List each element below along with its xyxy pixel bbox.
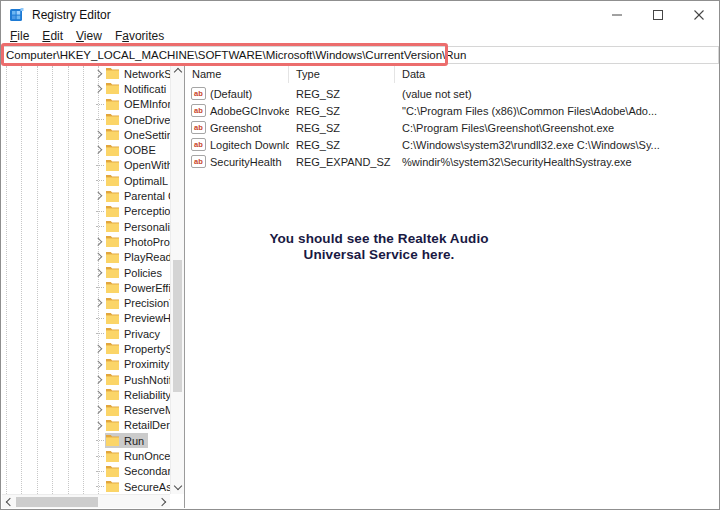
value-type-cell: REG_EXPAND_SZ	[289, 156, 395, 168]
tree-connector-line	[96, 333, 104, 334]
folder-icon	[106, 389, 119, 400]
menu-item-edit[interactable]: Edit	[42, 29, 63, 43]
column-header-name[interactable]: Name	[185, 64, 289, 83]
expand-chevron-icon[interactable]	[94, 86, 105, 92]
column-header-data[interactable]: Data	[395, 64, 718, 83]
vertical-scroll-thumb[interactable]	[173, 260, 182, 392]
address-bar[interactable]: Computer\HKEY_LOCAL_MACHINE\SOFTWARE\Mic…	[1, 46, 719, 64]
annotation-line-2: Universal Service here.	[229, 247, 529, 263]
expand-chevron-icon[interactable]	[94, 239, 105, 245]
tree-item-label: Proximity	[124, 358, 169, 370]
value-type-cell: REG_SZ	[289, 88, 395, 100]
expand-chevron-icon[interactable]	[94, 423, 105, 429]
tree-item-oeminfor[interactable]: OEMInfor	[2, 97, 170, 112]
value-name-cell: abGreenshot	[185, 121, 289, 134]
expand-chevron-icon[interactable]	[94, 392, 105, 398]
value-name: Logitech Downlo...	[210, 139, 289, 151]
string-value-icon: ab	[191, 104, 206, 117]
tree-item-label: Perceptio	[124, 205, 170, 217]
tree-item-notificati[interactable]: Notificati	[2, 81, 170, 96]
expand-chevron-icon[interactable]	[94, 270, 105, 276]
tree-item-parental-c[interactable]: Parental C	[2, 188, 170, 203]
tree-item-precisiont[interactable]: PrecisionT	[2, 295, 170, 310]
close-button[interactable]	[678, 1, 719, 29]
menu-item-file[interactable]: File	[10, 29, 29, 43]
tree-item-privacy[interactable]: Privacy	[2, 326, 170, 341]
tree-item-proximity[interactable]: Proximity	[2, 357, 170, 372]
tree-item-perceptio[interactable]: Perceptio	[2, 204, 170, 219]
scroll-down-icon[interactable]	[171, 480, 184, 494]
registry-tree-pane: NetworkSNotificatiOEMInforOneDriveOneSet…	[2, 64, 184, 508]
string-value-icon: ab	[191, 138, 206, 151]
expand-chevron-icon[interactable]	[94, 147, 105, 153]
horizontal-scroll-thumb[interactable]	[16, 497, 98, 507]
expand-chevron-icon[interactable]	[94, 407, 105, 413]
tree-vertical-scrollbar[interactable]	[170, 64, 184, 494]
registry-value-row-adobegcinvoker-[interactable]: abAdobeGCInvoker...REG_SZ"C:\Program Fil…	[185, 102, 718, 119]
menu-item-favorites[interactable]: Favorites	[115, 29, 164, 43]
tree-item-optimall[interactable]: OptimalL	[2, 173, 170, 188]
annotation-line-1: You should see the Realtek Audio	[229, 231, 529, 247]
folder-icon	[106, 374, 119, 385]
value-data-cell: C:\Program Files\Greenshot\Greenshot.exe	[395, 122, 718, 134]
tree-item-onesettin[interactable]: OneSettin	[2, 127, 170, 142]
value-name: (Default)	[210, 88, 252, 100]
tree-item-reliability[interactable]: Reliability	[2, 387, 170, 402]
expand-chevron-icon[interactable]	[94, 254, 105, 260]
expand-chevron-icon[interactable]	[94, 193, 105, 199]
expand-chevron-icon[interactable]	[94, 377, 105, 383]
tree-item-label: OneSettin	[124, 129, 170, 141]
tree-item-label: Notificati	[124, 83, 166, 95]
folder-icon	[106, 83, 119, 94]
expand-chevron-icon[interactable]	[94, 362, 105, 368]
expand-chevron-icon[interactable]	[94, 71, 105, 77]
folder-icon	[106, 343, 119, 354]
tree-horizontal-scrollbar[interactable]	[2, 494, 170, 508]
tree-item-retailder[interactable]: RetailDer	[2, 418, 170, 433]
value-name-cell: abSecurityHealth	[185, 155, 289, 168]
tree-item-runonce[interactable]: RunOnce	[2, 448, 170, 463]
scroll-left-icon[interactable]	[2, 495, 16, 509]
tree-item-oobe[interactable]: OOBE	[2, 142, 170, 157]
tree-item-reservem[interactable]: ReserveM	[2, 403, 170, 418]
string-value-icon: ab	[191, 87, 206, 100]
registry-value-row-logitech-downlo-[interactable]: abLogitech Downlo...REG_SZC:\Windows\sys…	[185, 136, 718, 153]
tree-item-label: PhotoPro	[124, 236, 170, 248]
tree-item-onedrive[interactable]: OneDrive	[2, 112, 170, 127]
tree-item-secureas[interactable]: SecureAs	[2, 479, 170, 494]
string-value-icon: ab	[191, 155, 206, 168]
tree-item-photopro[interactable]: PhotoPro	[2, 234, 170, 249]
tree-item-pushnotif[interactable]: PushNotif	[2, 372, 170, 387]
tree-item-networks[interactable]: NetworkS	[2, 66, 170, 81]
tree-item-personaliz[interactable]: Personaliz	[2, 219, 170, 234]
column-header-type[interactable]: Type	[289, 64, 395, 83]
tree-item-secondar[interactable]: Secondar	[2, 464, 170, 479]
tree-items-container: NetworkSNotificatiOEMInforOneDriveOneSet…	[2, 66, 170, 494]
expand-chevron-icon[interactable]	[94, 132, 105, 138]
tree-item-propertys[interactable]: PropertyS	[2, 341, 170, 356]
tree-item-openwith[interactable]: OpenWith	[2, 158, 170, 173]
tree-item-powereffi[interactable]: PowerEffi	[2, 280, 170, 295]
scroll-up-icon[interactable]	[171, 64, 184, 78]
registry-value-row--default-[interactable]: ab(Default)REG_SZ(value not set)	[185, 85, 718, 102]
folder-icon	[106, 298, 119, 309]
tree-item-label: OOBE	[124, 144, 156, 156]
scroll-right-icon[interactable]	[156, 495, 170, 509]
tree-connector-line	[96, 165, 104, 166]
tree-item-label: Personaliz	[124, 221, 170, 233]
tree-item-playread[interactable]: PlayRead	[2, 250, 170, 265]
tree-connector-line	[96, 486, 104, 487]
tree-item-run[interactable]: Run	[2, 433, 170, 448]
registry-value-row-securityhealth[interactable]: abSecurityHealthREG_EXPAND_SZ%windir%\sy…	[185, 153, 718, 170]
tree-item-policies[interactable]: Policies	[2, 265, 170, 280]
expand-chevron-icon[interactable]	[94, 346, 105, 352]
folder-icon	[106, 236, 119, 247]
tree-item-label: SecureAs	[124, 481, 170, 493]
maximize-button[interactable]	[637, 1, 678, 29]
tree-item-previewh[interactable]: PreviewH	[2, 311, 170, 326]
minimize-button[interactable]	[596, 1, 637, 29]
registry-value-row-greenshot[interactable]: abGreenshotREG_SZC:\Program Files\Greens…	[185, 119, 718, 136]
expand-chevron-icon[interactable]	[94, 300, 105, 306]
folder-icon	[106, 68, 119, 79]
menu-item-view[interactable]: View	[76, 29, 102, 43]
